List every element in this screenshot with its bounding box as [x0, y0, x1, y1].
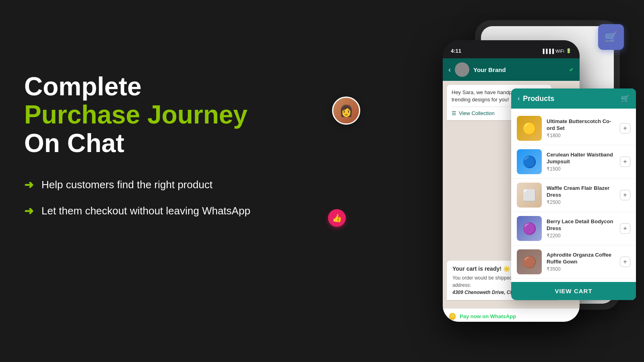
verified-icon: ✔ [569, 66, 574, 73]
product-name-1: Ultimate Butterscotch Co-ord Set [547, 118, 615, 132]
coin-icon: 🪙 [448, 313, 456, 320]
phone-time: 4:11 [451, 48, 461, 54]
product-price-2: ₹1500 [547, 166, 615, 172]
back-arrow-icon[interactable]: ‹ [448, 66, 451, 74]
product-info-1: Ultimate Butterscotch Co-ord Set ₹1800 [547, 118, 615, 138]
products-cart-icon[interactable]: 🛒 [621, 94, 630, 103]
phone-status-icons: ▐▐▐▐ WiFi 🔋 [541, 48, 572, 53]
product-figure-4: 🟣 [517, 216, 542, 241]
product-item-4: 🟣 Berry Lace Detail Bodycon Dress ₹2200 … [511, 212, 636, 245]
left-content: Complete Purchase Journey On Chat ➜ Help… [24, 72, 266, 229]
list-icon: ☰ [452, 110, 456, 116]
floating-user-avatar: 👩 [332, 97, 360, 125]
cart-fab-button[interactable]: 🛒 [598, 24, 624, 50]
add-button-1[interactable]: + [620, 123, 630, 134]
heading-complete: Complete [24, 72, 266, 101]
feature-text-1: Help customers find the right product [41, 177, 213, 192]
product-price-5: ₹3500 [547, 266, 615, 272]
avatar-emoji: 👩 [339, 104, 353, 117]
thumbs-up-icon: 👍 [332, 213, 342, 223]
cart-fab-icon: 🛒 [605, 31, 617, 43]
heading-on-chat: On Chat [24, 129, 266, 157]
brand-avatar [455, 62, 469, 77]
arrow-icon-2: ➜ [24, 204, 33, 218]
like-reaction-bubble: 👍 [328, 209, 346, 227]
product-name-3: Waffle Cream Flair Blazer Dress [547, 185, 615, 199]
product-info-5: Aphrodite Organza Coffee Ruffle Gown ₹35… [547, 252, 615, 272]
product-image-3: ⬜ [517, 183, 542, 208]
pay-bar[interactable]: 🪙 Pay now on WhatsApp [443, 308, 580, 322]
product-list: 🟡 Ultimate Butterscotch Co-ord Set ₹1800… [511, 109, 636, 282]
products-title: Products [523, 95, 621, 103]
product-price-4: ₹2200 [547, 233, 615, 239]
feature-item-2: ➜ Let them checkout without leaving What… [24, 204, 266, 218]
right-section: 🛒 4:11 ▐▐▐▐ WiFi 🔋 ‹ Your Brand ✔ Hey Sa… [282, 0, 644, 362]
product-figure-2: 🔵 [517, 149, 542, 174]
feature-list: ➜ Help customers find the right product … [24, 177, 266, 218]
product-item-5: 🟤 Aphrodite Organza Coffee Ruffle Gown ₹… [511, 245, 636, 279]
products-panel: ‹ Products 🛒 🟡 Ultimate Butterscotch Co-… [511, 88, 636, 300]
heading-purchase-journey: Purchase Journey [24, 101, 266, 129]
product-item-2: 🔵 Cerulean Halter Waistband Jumpsuit ₹15… [511, 145, 636, 179]
phone-notch [487, 40, 535, 51]
view-cart-button[interactable]: VIEW CART [511, 282, 636, 300]
products-header: ‹ Products 🛒 [511, 88, 636, 109]
product-figure-5: 🟤 [517, 249, 542, 274]
battery-icon: 🔋 [566, 48, 572, 53]
products-back-icon[interactable]: ‹ [518, 95, 520, 102]
product-item-3: ⬜ Waffle Cream Flair Blazer Dress ₹2500 … [511, 179, 636, 212]
pay-text: Pay now on WhatsApp [460, 313, 516, 319]
product-info-2: Cerulean Halter Waistband Jumpsuit ₹1500 [547, 152, 615, 172]
product-price-1: ₹1800 [547, 133, 615, 138]
product-name-2: Cerulean Halter Waistband Jumpsuit [547, 152, 615, 165]
signal-icon: ▐▐▐▐ [541, 49, 554, 53]
add-button-2[interactable]: + [620, 156, 630, 167]
feature-text-2: Let them checkout without leaving WhatsA… [41, 204, 250, 218]
arrow-icon-1: ➜ [24, 178, 33, 191]
product-image-5: 🟤 [517, 249, 542, 274]
product-name-4: Berry Lace Detail Bodycon Dress [547, 218, 615, 232]
product-figure-1: 🟡 [517, 116, 542, 141]
product-info-3: Waffle Cream Flair Blazer Dress ₹2500 [547, 185, 615, 205]
add-button-3[interactable]: + [620, 190, 630, 200]
feature-item-1: ➜ Help customers find the right product [24, 177, 266, 192]
product-figure-3: ⬜ [517, 183, 542, 208]
brand-name: Your Brand [473, 66, 565, 73]
view-collection-label: View Collection [459, 110, 495, 116]
wifi-icon: WiFi [555, 49, 564, 53]
product-item-1: 🟡 Ultimate Butterscotch Co-ord Set ₹1800… [511, 112, 636, 145]
chat-header: ‹ Your Brand ✔ [443, 58, 580, 81]
product-image-2: 🔵 [517, 149, 542, 174]
product-price-3: ₹2500 [547, 200, 615, 205]
product-image-1: 🟡 [517, 116, 542, 141]
product-name-5: Aphrodite Organza Coffee Ruffle Gown [547, 252, 615, 265]
add-button-4[interactable]: + [620, 223, 630, 234]
product-image-4: 🟣 [517, 216, 542, 241]
add-button-5[interactable]: + [620, 257, 630, 267]
product-info-4: Berry Lace Detail Bodycon Dress ₹2200 [547, 218, 615, 239]
